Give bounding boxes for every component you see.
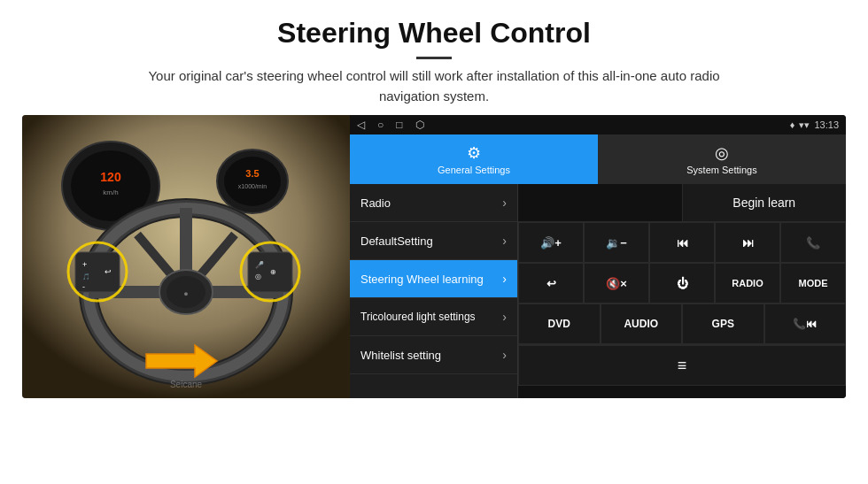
svg-text:🎤: 🎤 (255, 260, 264, 269)
next-button[interactable]: ⏭ (715, 222, 780, 263)
call-prev-icon: 📞⏮ (793, 318, 817, 330)
vol-down-icon: 🔉− (606, 236, 627, 250)
recents-nav-icon[interactable]: □ (396, 119, 402, 131)
call-icon: 📞 (806, 236, 820, 250)
menu-default-chevron: › (502, 234, 507, 248)
menu-icon: ≡ (678, 357, 687, 375)
call-button[interactable]: 📞 (780, 222, 846, 263)
menu-item-whitelist[interactable]: Whitelist setting › (350, 336, 517, 374)
power-button[interactable]: ⏻ (649, 263, 715, 303)
vol-down-button[interactable]: 🔉− (584, 222, 649, 263)
tab-system-label: System Settings (686, 165, 756, 175)
svg-text:3.5: 3.5 (245, 168, 259, 179)
mute-button[interactable]: 🔇× (584, 263, 649, 303)
dvd-label: DVD (548, 318, 570, 330)
main-content: 120 km/h 3.5 x1000/min ● + 🎵 - (0, 115, 868, 407)
begin-learn-button[interactable]: Begin learn (683, 184, 847, 221)
time-display: 13:13 (814, 119, 839, 130)
menu-steering-label: Steering Wheel learning (360, 273, 484, 286)
menu-tricoloured-chevron: › (502, 310, 507, 324)
prev-icon: ⏮ (677, 236, 688, 250)
menu-radio-chevron: › (502, 196, 507, 210)
menu-item-steering-wheel[interactable]: Steering Wheel learning › (350, 260, 517, 298)
home-nav-icon[interactable]: ○ (377, 119, 384, 131)
back-nav-icon[interactable]: ◁ (357, 119, 365, 131)
radio-button[interactable]: RADIO (715, 263, 780, 303)
svg-text:-: - (82, 282, 85, 291)
svg-text:120: 120 (100, 170, 121, 184)
call-prev-button[interactable]: 📞⏮ (764, 303, 847, 344)
left-menu: Radio › DefaultSetting › Steering Wheel … (350, 184, 518, 398)
svg-text:↩: ↩ (105, 267, 112, 276)
title-divider (416, 57, 452, 59)
top-row-empty (518, 184, 683, 221)
menu-radio-label: Radio (360, 196, 391, 210)
location-icon: ♦ (790, 119, 795, 130)
prev-button[interactable]: ⏮ (649, 222, 715, 263)
menu-item-tricoloured[interactable]: Tricoloured light settings › (350, 298, 517, 336)
menu-button[interactable]: ≡ (518, 345, 846, 386)
status-bar: ◁ ○ □ ⬡ ♦ ▾▾ 13:13 (350, 115, 846, 134)
vol-up-icon: 🔊+ (540, 236, 562, 250)
page-header: Steering Wheel Control Your original car… (0, 0, 868, 115)
radio-label: RADIO (732, 278, 763, 288)
mode-button[interactable]: MODE (780, 263, 846, 303)
svg-text:+: + (82, 260, 87, 269)
svg-text:⊕: ⊕ (270, 268, 276, 276)
ui-main: Radio › DefaultSetting › Steering Wheel … (350, 184, 846, 398)
menu-item-default-setting[interactable]: DefaultSetting › (350, 222, 517, 260)
dvd-button[interactable]: DVD (518, 303, 601, 344)
mode-label: MODE (799, 278, 828, 288)
vol-up-button[interactable]: 🔊+ (518, 222, 584, 263)
controls-row1: 🔊+ 🔉− ⏮ ⏭ 📞 (518, 222, 846, 263)
menu-whitelist-label: Whitelist setting (360, 349, 441, 362)
mute-icon: 🔇× (606, 277, 627, 290)
svg-point-6 (224, 157, 281, 206)
audio-button[interactable]: AUDIO (601, 303, 683, 344)
back-button[interactable]: ↩ (518, 263, 584, 303)
back-icon: ↩ (546, 277, 556, 290)
signal-icon: ▾▾ (799, 119, 810, 131)
tab-general-settings[interactable]: ⚙ General Settings (350, 134, 598, 184)
gps-label: GPS (712, 318, 734, 330)
page-subtitle: Your original car's steering wheel contr… (124, 66, 744, 106)
audio-label: AUDIO (624, 318, 658, 330)
menu-steering-chevron: › (502, 272, 507, 286)
menu-tricoloured-label: Tricoloured light settings (360, 311, 476, 325)
svg-text:x1000/min: x1000/min (238, 183, 267, 189)
controls-row3: DVD AUDIO GPS 📞⏮ (518, 303, 846, 344)
tab-general-label: General Settings (438, 165, 510, 175)
watermark: Seicane (170, 380, 202, 389)
svg-text:●: ● (183, 289, 188, 298)
svg-text:🎵: 🎵 (82, 273, 90, 280)
power-icon: ⏻ (677, 277, 688, 290)
car-image: 120 km/h 3.5 x1000/min ● + 🎵 - (22, 115, 350, 398)
menu-default-label: DefaultSetting (360, 234, 433, 248)
begin-learn-label: Begin learn (732, 196, 795, 210)
status-right: ♦ ▾▾ 13:13 (790, 119, 839, 131)
media-nav-icon[interactable]: ⬡ (415, 119, 424, 131)
menu-whitelist-chevron: › (502, 348, 507, 362)
last-row: ≡ (518, 344, 846, 386)
tab-system-settings[interactable]: ◎ System Settings (598, 134, 846, 184)
svg-text:km/h: km/h (103, 188, 118, 196)
svg-text:◎: ◎ (255, 273, 261, 280)
top-row: Begin learn (518, 184, 846, 222)
steering-wheel-illustration: 120 km/h 3.5 x1000/min ● + 🎵 - (22, 115, 350, 398)
system-icon: ◎ (715, 143, 729, 163)
nav-icons: ◁ ○ □ ⬡ (357, 119, 424, 131)
controls-row2: ↩ 🔇× ⏻ RADIO MODE (518, 263, 846, 303)
right-content: Begin learn 🔊+ 🔉− ⏮ ⏭ (518, 184, 846, 398)
page-title: Steering Wheel Control (18, 16, 850, 50)
gps-button[interactable]: GPS (682, 303, 764, 344)
gear-icon: ⚙ (467, 143, 481, 163)
next-icon: ⏭ (742, 236, 754, 250)
android-panel: ◁ ○ □ ⬡ ♦ ▾▾ 13:13 ⚙ General Settings ◎ … (350, 115, 846, 398)
tab-bar: ⚙ General Settings ◎ System Settings (350, 134, 846, 184)
menu-item-radio[interactable]: Radio › (350, 184, 517, 222)
